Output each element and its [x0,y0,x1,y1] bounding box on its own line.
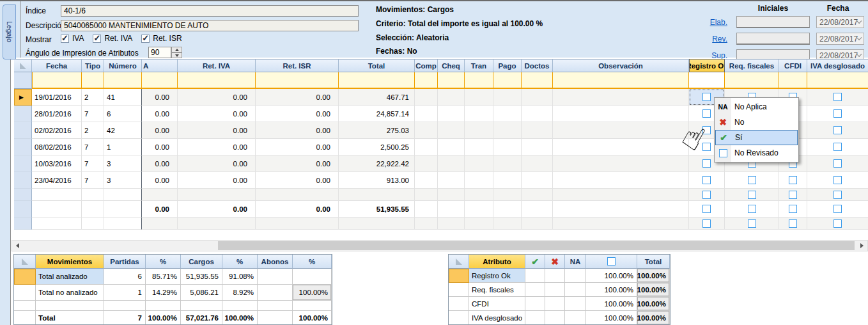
column-header-partidas[interactable]: Partidas [104,255,146,269]
cell-tran[interactable] [465,139,493,155]
cell-cheq[interactable] [438,89,465,106]
cell-pct-2[interactable] [222,301,258,311]
cell-fecha[interactable]: 23/04/2016 [32,172,82,189]
cfdi-checkbox[interactable] [789,205,797,213]
cell-na-pct[interactable] [565,269,586,283]
cell-movimiento[interactable]: Total analizado [36,269,104,285]
column-header-cheq[interactable]: Cheq [438,59,465,72]
cell-fecha[interactable]: 02/02/2016 [32,122,82,139]
cell-no-pct[interactable] [545,269,565,283]
cell-cheq[interactable] [438,122,465,139]
row-selector[interactable] [14,172,32,189]
cell-abonos[interactable] [258,311,293,325]
cell-ret-iva[interactable]: 0.00 [178,89,256,106]
cell-ret-iva[interactable]: 0.00 [178,122,256,139]
column-header-ret-isr[interactable]: Ret. ISR [256,59,339,72]
cell-pago[interactable] [493,218,522,230]
cell-ret-isr[interactable]: 0.00 [256,172,339,189]
filter-numero[interactable] [104,72,142,89]
iva-desglosado-checkbox[interactable] [833,219,842,228]
cell-observacion[interactable] [553,89,689,106]
cell-doctos[interactable] [522,189,553,201]
filter-cfdi[interactable] [779,72,807,89]
column-header-registro-ok[interactable]: Registro Ok [689,59,725,72]
cell-ret-isr[interactable] [256,218,339,230]
cell-si-pct[interactable] [525,297,545,311]
iva-checkbox[interactable] [61,35,69,43]
filter-row-selector[interactable] [14,72,32,89]
filter-iva-desglosado[interactable] [807,72,868,89]
cell-si-pct[interactable] [525,269,545,283]
cell-comp[interactable] [415,122,438,139]
column-header-cfdi[interactable]: CFDI [779,59,807,72]
cell-ret-iva[interactable] [178,189,256,201]
cell-comp[interactable] [415,155,438,172]
cell-numero[interactable] [104,189,142,201]
cell-fecha[interactable]: 08/02/2016 [32,139,82,155]
filter-observacion[interactable] [553,72,689,89]
cell-ret-iva[interactable] [178,218,256,230]
cell-cargos[interactable] [181,301,222,311]
cell-doctos[interactable] [522,89,553,106]
cell-pago[interactable] [493,122,522,139]
cell-observacion[interactable] [553,189,689,201]
cell-doctos[interactable] [522,218,553,230]
cell-cheq[interactable] [438,172,465,189]
cell-no-pct[interactable] [545,283,565,297]
cell-iva[interactable]: 0.00 [142,139,178,155]
cell-partidas[interactable] [104,301,146,311]
column-header-atributo[interactable]: Atributo [469,255,525,269]
cell-na-pct[interactable] [565,297,586,311]
cell-no-revisado-pct[interactable]: 100.00% [586,283,637,297]
row-selector[interactable] [14,139,32,155]
cell-iva-desglosado[interactable] [807,106,868,122]
cell-no-revisado-pct[interactable]: 100.00% [586,311,637,325]
column-header-na[interactable]: NA [565,255,586,269]
cell-movimiento[interactable]: Total [36,311,104,325]
cell-cfdi[interactable] [779,218,807,230]
cell-fecha[interactable] [32,189,82,201]
cell-doctos[interactable] [522,172,553,189]
rev-fecha-combo[interactable]: 22/08/2017 [816,33,864,45]
cell-na-pct[interactable] [565,311,586,325]
column-header-comp[interactable]: Comp [415,59,438,72]
filter-doctos[interactable] [522,72,553,89]
elab-link[interactable]: Elab. [699,18,727,27]
cell-ret-isr[interactable]: 0.00 [256,139,339,155]
filter-tipo[interactable] [82,72,104,89]
column-header-cargos[interactable]: Cargos [181,255,222,269]
cell-iva-desglosado[interactable] [807,89,868,106]
cell-registro-ok[interactable] [689,172,725,189]
filter-registro-ok[interactable] [689,72,725,89]
cell-pago[interactable] [493,155,522,172]
menu-item-no-revisado[interactable]: No Revisado [715,145,798,161]
cell-cheq[interactable] [438,189,465,201]
filter-pago[interactable] [493,72,522,89]
elab-fecha-combo[interactable]: 22/08/2017 [816,16,864,28]
cell-cheq[interactable] [438,139,465,155]
column-header-ret-iva[interactable]: Ret. IVA [178,59,256,72]
cell-total[interactable] [339,218,415,230]
cell-iva[interactable]: 0.00 [142,89,178,106]
spinner-down-button[interactable] [171,52,182,58]
cell-comp[interactable] [415,139,438,155]
angulo-spinner-value[interactable]: 90 [148,47,171,58]
cell-fecha[interactable] [32,218,82,230]
cell-observacion[interactable] [553,155,689,172]
cell-pct-3[interactable] [293,301,332,311]
cell-numero[interactable] [104,201,142,218]
cell-pct-1[interactable]: 100.00% [146,311,181,325]
cell-observacion[interactable] [553,172,689,189]
cell-req-fiscales[interactable] [725,201,779,218]
cell-doctos[interactable] [522,201,553,218]
cell-numero[interactable]: 1 [104,139,142,155]
filter-ret-iva[interactable] [178,72,256,89]
cell-cargos[interactable]: 57,021.76 [181,311,222,325]
column-header-observacion[interactable]: Observación [553,59,689,72]
cell-pago[interactable] [493,139,522,155]
cell-pct-1[interactable]: 85.71% [146,269,181,285]
iva-desglosado-checkbox[interactable] [833,159,842,168]
row-selector[interactable] [449,283,469,297]
cell-pct-1[interactable]: 14.29% [146,285,181,301]
scroll-left-button[interactable] [12,241,23,251]
